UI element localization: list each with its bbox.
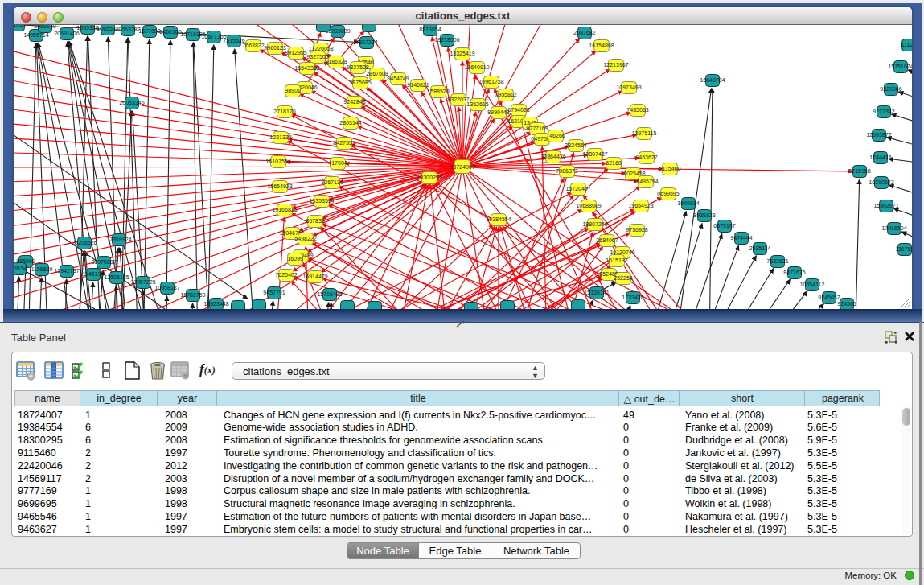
svg-text:867833: 867833: [306, 218, 324, 224]
svg-text:16648784: 16648784: [700, 77, 725, 83]
svg-text:12975115: 12975115: [632, 130, 657, 136]
svg-text:9474444: 9474444: [730, 235, 752, 241]
svg-text:1527602: 1527602: [138, 28, 160, 34]
svg-text:16210643: 16210643: [869, 179, 893, 185]
svg-text:3684067: 3684067: [596, 237, 618, 243]
svg-text:62160: 62160: [606, 160, 622, 166]
svg-text:1065328: 1065328: [76, 25, 98, 31]
svg-text:8990448: 8990448: [487, 109, 509, 115]
svg-text:924565: 924565: [837, 301, 856, 307]
svg-text:18807249: 18807249: [582, 221, 607, 227]
svg-text:7632621: 7632621: [766, 258, 788, 264]
svg-text:16107554: 16107554: [265, 159, 290, 164]
svg-text:7357224: 7357224: [355, 39, 377, 45]
svg-text:19654923: 19654923: [628, 203, 653, 208]
svg-text:12942737: 12942737: [54, 268, 79, 274]
svg-text:3215958: 3215958: [848, 168, 870, 174]
svg-text:8427552: 8427552: [333, 140, 355, 146]
svg-text:20053346: 20053346: [119, 100, 144, 105]
svg-text:7625402: 7625402: [275, 272, 297, 278]
svg-text:9960123: 9960123: [264, 45, 285, 51]
svg-text:1156829: 1156829: [31, 266, 53, 272]
svg-text:12093872: 12093872: [866, 132, 891, 138]
svg-text:15751074: 15751074: [888, 64, 912, 69]
svg-text:10961758: 10961758: [478, 79, 503, 84]
svg-text:2087682: 2087682: [573, 30, 595, 35]
svg-text:9245652: 9245652: [818, 295, 840, 300]
svg-text:10973493: 10973493: [616, 84, 641, 90]
svg-text:39975887: 39975887: [91, 259, 116, 265]
svg-text:1588520: 1588520: [427, 89, 449, 94]
svg-text:20206526: 20206526: [72, 240, 97, 245]
svg-text:9777169: 9777169: [526, 126, 548, 131]
svg-text:2069140: 2069140: [34, 25, 55, 29]
svg-text:8186328: 8186328: [325, 59, 347, 64]
svg-text:15692971: 15692971: [873, 203, 898, 208]
svg-text:1710557: 1710557: [14, 25, 29, 27]
svg-text:15136141: 15136141: [584, 290, 609, 295]
svg-text:19654923: 19654923: [267, 183, 292, 189]
svg-text:12213967: 12213967: [603, 62, 628, 68]
svg-text:1244415: 1244415: [869, 154, 891, 160]
svg-text:16099: 16099: [287, 256, 303, 262]
svg-text:15720407: 15720407: [565, 186, 590, 192]
svg-text:1615132: 1615132: [606, 257, 627, 263]
svg-text:17359924: 17359924: [106, 237, 131, 242]
svg-text:17957225: 17957225: [130, 279, 155, 285]
svg-text:7986372: 7986372: [556, 168, 577, 174]
svg-text:9327508: 9327508: [347, 64, 368, 70]
svg-text:15716485: 15716485: [317, 291, 342, 297]
svg-text:16543382: 16543382: [294, 65, 319, 71]
svg-text:19218506: 19218506: [434, 37, 459, 43]
svg-text:10958187: 10958187: [154, 285, 179, 290]
svg-text:746266: 746266: [546, 133, 565, 138]
svg-text:10654112: 10654112: [800, 282, 825, 287]
svg-text:8813054: 8813054: [419, 27, 441, 32]
svg-text:98901: 98901: [285, 88, 301, 93]
svg-text:6794028: 6794028: [507, 107, 529, 113]
svg-text:2867608: 2867608: [366, 71, 388, 76]
svg-text:8912955: 8912955: [285, 50, 306, 56]
svg-text:6466160: 6466160: [159, 29, 181, 35]
svg-text:20364436: 20364436: [540, 154, 565, 159]
svg-text:1733426: 1733426: [622, 295, 643, 300]
svg-text:18300295: 18300295: [417, 175, 441, 180]
svg-text:20691406: 20691406: [54, 31, 79, 36]
svg-text:7663822: 7663822: [242, 43, 264, 48]
svg-text:13325419: 13325419: [450, 51, 474, 56]
svg-text:2718170: 2718170: [273, 109, 295, 114]
svg-text:10653287: 10653287: [115, 27, 140, 32]
svg-text:13353594: 13353594: [309, 198, 334, 204]
svg-text:2803144: 2803144: [339, 120, 361, 126]
svg-text:16782759: 16782759: [180, 292, 205, 298]
svg-text:7955812: 7955812: [495, 92, 516, 97]
svg-text:16154808: 16154808: [589, 43, 614, 48]
svg-text:9115460: 9115460: [659, 166, 681, 171]
svg-text:1362615: 1362615: [466, 101, 488, 107]
svg-text:17016504: 17016504: [881, 225, 906, 231]
svg-text:8454749: 8454749: [387, 76, 409, 81]
svg-text:11122: 11122: [901, 42, 912, 47]
svg-text:16495794: 16495794: [633, 179, 658, 184]
svg-text:9457791: 9457791: [263, 290, 285, 295]
svg-text:5498222: 5498222: [294, 236, 316, 241]
svg-text:1221338: 1221338: [269, 134, 291, 140]
svg-text:9242848: 9242848: [343, 99, 365, 105]
svg-text:1145194: 1145194: [83, 271, 105, 277]
svg-text:10807487: 10807487: [582, 151, 607, 157]
svg-text:2935114: 2935114: [749, 245, 771, 251]
svg-text:6879197: 6879197: [713, 223, 735, 229]
svg-text:7485063: 7485063: [626, 107, 648, 113]
svg-text:116753: 116753: [896, 246, 912, 252]
svg-text:10688609: 10688609: [576, 203, 601, 208]
svg-text:9146821: 9146821: [407, 82, 429, 88]
svg-text:9227342: 9227342: [873, 109, 894, 114]
svg-text:417004: 417004: [328, 160, 347, 166]
svg-text:14055714: 14055714: [23, 32, 48, 38]
svg-text:19166825: 19166825: [272, 207, 297, 212]
svg-text:18724007: 18724007: [450, 164, 474, 170]
svg-text:9463627: 9463627: [635, 154, 657, 160]
svg-text:3875685: 3875685: [349, 80, 371, 85]
svg-text:9329966: 9329966: [880, 86, 901, 92]
svg-text:39154: 39154: [14, 266, 27, 271]
